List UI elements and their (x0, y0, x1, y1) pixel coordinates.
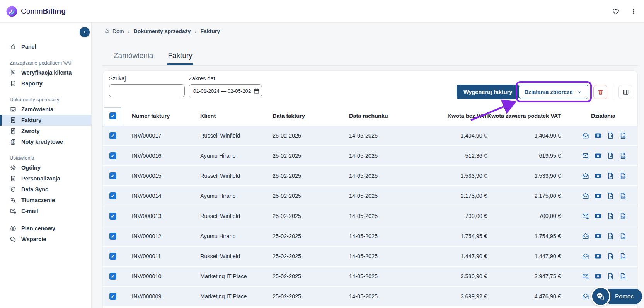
column-header[interactable]: Data rachunku (349, 106, 388, 126)
table-row[interactable]: ✓INV/000014Ayumu Hirano25-02-202514-05-2… (103, 186, 637, 206)
breadcrumb-separator: › (194, 28, 196, 34)
column-header[interactable]: Numer faktury (132, 106, 170, 126)
export-icon[interactable] (607, 152, 614, 160)
preview-icon[interactable] (594, 172, 602, 180)
sidebar-item-e-mail[interactable]: E-mail (0, 206, 91, 216)
mail-send-icon[interactable] (582, 212, 589, 220)
sidebar-item-panel[interactable]: Panel (0, 41, 91, 52)
sidebar-item-faktury[interactable]: Faktury (0, 115, 91, 126)
delete-button[interactable] (593, 85, 607, 99)
export-icon[interactable] (607, 212, 614, 220)
export-icon[interactable] (607, 232, 614, 240)
bulk-actions-button[interactable]: Działania zbiorcze (519, 85, 588, 99)
gear-icon (10, 164, 17, 171)
search-input[interactable] (114, 85, 190, 97)
breadcrumb-item[interactable]: Dokumenty sprzedaży (134, 28, 191, 34)
sidebar-item-plan-cenowy[interactable]: Plan cenowy (0, 223, 91, 234)
mail-open-icon[interactable] (582, 232, 589, 240)
mail-send-icon[interactable] (582, 152, 589, 160)
mail-open-icon[interactable] (582, 252, 589, 260)
export-icon[interactable] (607, 172, 614, 180)
column-header[interactable]: Działania (591, 106, 615, 126)
preview-icon[interactable] (594, 272, 602, 280)
mail-send-icon[interactable] (582, 272, 589, 280)
pricing-icon (10, 225, 17, 232)
table-row[interactable]: ✓INV/000013Russell Winfield25-02-202514-… (103, 206, 637, 226)
preview-icon[interactable] (594, 232, 602, 240)
row-checkbox[interactable]: ✓ (109, 293, 116, 300)
row-checkbox[interactable]: ✓ (109, 213, 116, 220)
help-chat-button[interactable] (591, 287, 610, 306)
table-row[interactable]: ✓INV/000009Marketing IT Place25-02-20251… (103, 287, 637, 306)
sidebar-item-raporty[interactable]: Raporty (0, 78, 91, 89)
export-icon[interactable] (607, 272, 614, 280)
column-header[interactable]: Kwota zawiera podatek VAT (470, 106, 561, 126)
column-header[interactable]: Klient (200, 106, 216, 126)
export-icon[interactable] (607, 252, 614, 260)
sidebar-item-personalizacja[interactable]: Personalizacja (0, 173, 91, 184)
date-range-input[interactable]: 01-01-2024 — 02-05-202 (189, 84, 262, 97)
sidebar-item-zamowienia[interactable]: Zamówienia (0, 104, 91, 115)
row-actions: XML (582, 267, 632, 286)
table-row[interactable]: ✓INV/000015Russell Winfield25-02-202514-… (103, 166, 637, 185)
mail-open-icon[interactable] (582, 132, 589, 140)
mail-open-icon[interactable] (582, 293, 589, 300)
xml-icon[interactable]: XML (619, 152, 627, 160)
xml-icon[interactable]: XML (619, 172, 627, 180)
xml-icon[interactable]: XML (619, 272, 627, 280)
row-checkbox[interactable]: ✓ (109, 233, 116, 240)
row-checkbox[interactable]: ✓ (109, 152, 116, 159)
sidebar-item-zwroty[interactable]: Zwroty (0, 126, 91, 136)
invoice-number: INV/000013 (132, 206, 162, 226)
sidebar-item-weryfikacja-klienta[interactable]: Weryfikacja klienta (0, 67, 91, 78)
invoice-number: INV/000011 (132, 247, 161, 266)
invoice-number: INV/000017 (132, 126, 162, 145)
table-row[interactable]: ✓INV/000010Marketing IT Place25-02-20251… (103, 267, 637, 286)
export-icon[interactable] (607, 192, 614, 200)
table-row[interactable]: ✓INV/000017Russell Winfield25-02-202514-… (103, 126, 637, 145)
xml-icon[interactable]: XML (619, 192, 627, 200)
preview-icon[interactable] (594, 152, 602, 160)
column-header[interactable]: Data faktury (273, 106, 305, 126)
app-logo[interactable]: CommBilling (6, 5, 66, 17)
sidebar-item-noty-kredytowe[interactable]: Noty kredytowe (0, 136, 91, 147)
invoice-date: 25-02-2025 (273, 146, 301, 165)
invoice-number: INV/000012 (132, 226, 162, 246)
xml-icon[interactable]: XML (619, 132, 627, 140)
bill-date: 14-05-2025 (349, 166, 378, 185)
select-all-checkbox[interactable]: ✓ (109, 112, 116, 119)
preview-icon[interactable] (594, 132, 602, 140)
invoice-number: INV/000010 (132, 267, 162, 286)
xml-icon[interactable]: XML (619, 252, 627, 260)
mail-open-icon[interactable] (582, 192, 589, 200)
mail-open-icon[interactable] (582, 172, 589, 180)
xml-icon[interactable]: XML (619, 212, 627, 220)
table-row[interactable]: ✓INV/000016Ayumu Hirano25-02-202514-05-2… (103, 146, 637, 165)
table-row[interactable]: ✓INV/000012Ayumu Hirano25-02-202514-05-2… (103, 226, 637, 246)
sidebar-item-wsparcie[interactable]: Wsparcie (0, 234, 91, 245)
tab-faktury[interactable]: Faktury (167, 51, 193, 65)
columns-settings-button[interactable] (618, 85, 632, 99)
row-checkbox[interactable]: ✓ (109, 192, 116, 199)
generate-invoices-button[interactable]: Wygeneruj faktury (457, 85, 519, 99)
tab-zamowienia[interactable]: Zamówienia (113, 51, 154, 65)
sidebar-collapse-button[interactable] (80, 27, 90, 37)
heart-icon[interactable] (612, 7, 620, 15)
row-checkbox[interactable]: ✓ (109, 172, 116, 179)
row-checkbox[interactable]: ✓ (109, 132, 116, 139)
preview-icon[interactable] (594, 192, 602, 200)
breadcrumb-item[interactable]: Dom (104, 28, 124, 34)
preview-icon[interactable] (594, 212, 602, 220)
breadcrumb: Dom›Dokumenty sprzedaży›Faktury (104, 28, 220, 34)
preview-icon[interactable] (594, 252, 602, 260)
kebab-menu-icon[interactable] (630, 8, 637, 15)
sidebar-item-ogolny[interactable]: Ogólny (0, 162, 91, 173)
sidebar-item-data-sync[interactable]: Data Sync (0, 184, 91, 195)
xml-icon[interactable]: XML (619, 232, 627, 240)
invoice-number: INV/000014 (132, 186, 162, 206)
export-icon[interactable] (607, 132, 614, 140)
row-checkbox[interactable]: ✓ (109, 253, 116, 260)
table-row[interactable]: ✓INV/000011Russell Winfield25-02-202514-… (103, 247, 637, 266)
row-checkbox[interactable]: ✓ (109, 273, 116, 280)
sidebar-item-tlumaczenie[interactable]: Tłumaczenie (0, 195, 91, 206)
